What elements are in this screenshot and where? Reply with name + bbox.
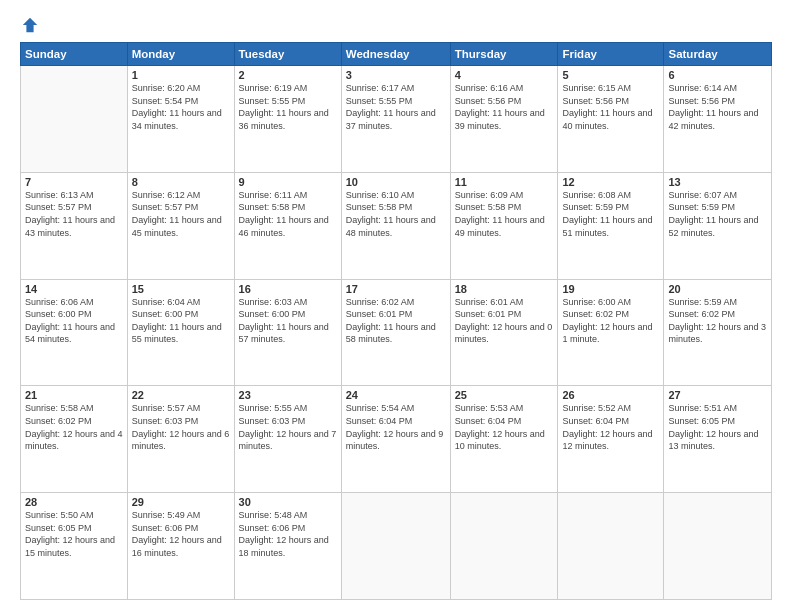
- header: [20, 16, 772, 34]
- calendar-cell: 13Sunrise: 6:07 AMSunset: 5:59 PMDayligh…: [664, 172, 772, 279]
- calendar-header-monday: Monday: [127, 43, 234, 66]
- logo-icon: [21, 16, 39, 34]
- svg-marker-0: [23, 18, 37, 32]
- calendar-week-4: 21Sunrise: 5:58 AMSunset: 6:02 PMDayligh…: [21, 386, 772, 493]
- calendar-cell: 22Sunrise: 5:57 AMSunset: 6:03 PMDayligh…: [127, 386, 234, 493]
- day-number: 8: [132, 176, 230, 188]
- day-info: Sunrise: 6:17 AMSunset: 5:55 PMDaylight:…: [346, 82, 446, 132]
- calendar-cell: 30Sunrise: 5:48 AMSunset: 6:06 PMDayligh…: [234, 493, 341, 600]
- calendar-cell: 6Sunrise: 6:14 AMSunset: 5:56 PMDaylight…: [664, 66, 772, 173]
- calendar-cell: 9Sunrise: 6:11 AMSunset: 5:58 PMDaylight…: [234, 172, 341, 279]
- day-info: Sunrise: 5:49 AMSunset: 6:06 PMDaylight:…: [132, 509, 230, 559]
- day-info: Sunrise: 5:53 AMSunset: 6:04 PMDaylight:…: [455, 402, 554, 452]
- calendar-cell: 14Sunrise: 6:06 AMSunset: 6:00 PMDayligh…: [21, 279, 128, 386]
- day-number: 26: [562, 389, 659, 401]
- calendar-cell: 21Sunrise: 5:58 AMSunset: 6:02 PMDayligh…: [21, 386, 128, 493]
- calendar-week-5: 28Sunrise: 5:50 AMSunset: 6:05 PMDayligh…: [21, 493, 772, 600]
- day-number: 2: [239, 69, 337, 81]
- calendar-cell: 12Sunrise: 6:08 AMSunset: 5:59 PMDayligh…: [558, 172, 664, 279]
- day-info: Sunrise: 5:59 AMSunset: 6:02 PMDaylight:…: [668, 296, 767, 346]
- day-number: 5: [562, 69, 659, 81]
- day-number: 23: [239, 389, 337, 401]
- calendar-cell: 16Sunrise: 6:03 AMSunset: 6:00 PMDayligh…: [234, 279, 341, 386]
- day-info: Sunrise: 5:48 AMSunset: 6:06 PMDaylight:…: [239, 509, 337, 559]
- calendar-header-friday: Friday: [558, 43, 664, 66]
- calendar-header-sunday: Sunday: [21, 43, 128, 66]
- calendar-week-1: 1Sunrise: 6:20 AMSunset: 5:54 PMDaylight…: [21, 66, 772, 173]
- calendar-cell: [21, 66, 128, 173]
- calendar-cell: 20Sunrise: 5:59 AMSunset: 6:02 PMDayligh…: [664, 279, 772, 386]
- logo: [20, 16, 39, 34]
- calendar-week-3: 14Sunrise: 6:06 AMSunset: 6:00 PMDayligh…: [21, 279, 772, 386]
- calendar-header-row: SundayMondayTuesdayWednesdayThursdayFrid…: [21, 43, 772, 66]
- day-number: 24: [346, 389, 446, 401]
- day-number: 27: [668, 389, 767, 401]
- day-number: 9: [239, 176, 337, 188]
- day-info: Sunrise: 6:14 AMSunset: 5:56 PMDaylight:…: [668, 82, 767, 132]
- day-info: Sunrise: 5:55 AMSunset: 6:03 PMDaylight:…: [239, 402, 337, 452]
- day-info: Sunrise: 6:07 AMSunset: 5:59 PMDaylight:…: [668, 189, 767, 239]
- calendar-cell: 26Sunrise: 5:52 AMSunset: 6:04 PMDayligh…: [558, 386, 664, 493]
- day-number: 4: [455, 69, 554, 81]
- day-info: Sunrise: 6:13 AMSunset: 5:57 PMDaylight:…: [25, 189, 123, 239]
- day-info: Sunrise: 6:15 AMSunset: 5:56 PMDaylight:…: [562, 82, 659, 132]
- calendar-cell: 4Sunrise: 6:16 AMSunset: 5:56 PMDaylight…: [450, 66, 558, 173]
- day-info: Sunrise: 6:01 AMSunset: 6:01 PMDaylight:…: [455, 296, 554, 346]
- calendar-cell: 28Sunrise: 5:50 AMSunset: 6:05 PMDayligh…: [21, 493, 128, 600]
- calendar-cell: 8Sunrise: 6:12 AMSunset: 5:57 PMDaylight…: [127, 172, 234, 279]
- calendar-cell: 25Sunrise: 5:53 AMSunset: 6:04 PMDayligh…: [450, 386, 558, 493]
- day-info: Sunrise: 5:51 AMSunset: 6:05 PMDaylight:…: [668, 402, 767, 452]
- calendar-cell: 1Sunrise: 6:20 AMSunset: 5:54 PMDaylight…: [127, 66, 234, 173]
- day-info: Sunrise: 5:54 AMSunset: 6:04 PMDaylight:…: [346, 402, 446, 452]
- calendar-cell: 17Sunrise: 6:02 AMSunset: 6:01 PMDayligh…: [341, 279, 450, 386]
- calendar-cell: 7Sunrise: 6:13 AMSunset: 5:57 PMDaylight…: [21, 172, 128, 279]
- day-number: 16: [239, 283, 337, 295]
- day-info: Sunrise: 6:08 AMSunset: 5:59 PMDaylight:…: [562, 189, 659, 239]
- calendar-cell: 19Sunrise: 6:00 AMSunset: 6:02 PMDayligh…: [558, 279, 664, 386]
- calendar-cell: 24Sunrise: 5:54 AMSunset: 6:04 PMDayligh…: [341, 386, 450, 493]
- calendar-cell: 15Sunrise: 6:04 AMSunset: 6:00 PMDayligh…: [127, 279, 234, 386]
- day-number: 19: [562, 283, 659, 295]
- calendar-cell: [558, 493, 664, 600]
- day-number: 30: [239, 496, 337, 508]
- page: SundayMondayTuesdayWednesdayThursdayFrid…: [0, 0, 792, 612]
- calendar-cell: [450, 493, 558, 600]
- calendar-cell: 2Sunrise: 6:19 AMSunset: 5:55 PMDaylight…: [234, 66, 341, 173]
- day-number: 25: [455, 389, 554, 401]
- day-number: 12: [562, 176, 659, 188]
- day-number: 29: [132, 496, 230, 508]
- day-number: 6: [668, 69, 767, 81]
- day-info: Sunrise: 6:02 AMSunset: 6:01 PMDaylight:…: [346, 296, 446, 346]
- day-info: Sunrise: 6:11 AMSunset: 5:58 PMDaylight:…: [239, 189, 337, 239]
- calendar-week-2: 7Sunrise: 6:13 AMSunset: 5:57 PMDaylight…: [21, 172, 772, 279]
- day-number: 3: [346, 69, 446, 81]
- calendar-header-saturday: Saturday: [664, 43, 772, 66]
- day-number: 7: [25, 176, 123, 188]
- day-number: 18: [455, 283, 554, 295]
- day-info: Sunrise: 5:52 AMSunset: 6:04 PMDaylight:…: [562, 402, 659, 452]
- day-info: Sunrise: 6:00 AMSunset: 6:02 PMDaylight:…: [562, 296, 659, 346]
- day-number: 22: [132, 389, 230, 401]
- calendar-cell: 18Sunrise: 6:01 AMSunset: 6:01 PMDayligh…: [450, 279, 558, 386]
- calendar-cell: 23Sunrise: 5:55 AMSunset: 6:03 PMDayligh…: [234, 386, 341, 493]
- calendar-cell: [341, 493, 450, 600]
- calendar-cell: 11Sunrise: 6:09 AMSunset: 5:58 PMDayligh…: [450, 172, 558, 279]
- day-info: Sunrise: 6:19 AMSunset: 5:55 PMDaylight:…: [239, 82, 337, 132]
- calendar-header-wednesday: Wednesday: [341, 43, 450, 66]
- day-number: 20: [668, 283, 767, 295]
- day-number: 21: [25, 389, 123, 401]
- day-info: Sunrise: 6:04 AMSunset: 6:00 PMDaylight:…: [132, 296, 230, 346]
- day-number: 15: [132, 283, 230, 295]
- day-info: Sunrise: 6:20 AMSunset: 5:54 PMDaylight:…: [132, 82, 230, 132]
- day-info: Sunrise: 5:50 AMSunset: 6:05 PMDaylight:…: [25, 509, 123, 559]
- calendar-cell: 5Sunrise: 6:15 AMSunset: 5:56 PMDaylight…: [558, 66, 664, 173]
- calendar-header-thursday: Thursday: [450, 43, 558, 66]
- day-info: Sunrise: 6:10 AMSunset: 5:58 PMDaylight:…: [346, 189, 446, 239]
- day-number: 28: [25, 496, 123, 508]
- calendar-cell: 29Sunrise: 5:49 AMSunset: 6:06 PMDayligh…: [127, 493, 234, 600]
- day-info: Sunrise: 6:12 AMSunset: 5:57 PMDaylight:…: [132, 189, 230, 239]
- day-number: 17: [346, 283, 446, 295]
- day-number: 1: [132, 69, 230, 81]
- day-info: Sunrise: 6:06 AMSunset: 6:00 PMDaylight:…: [25, 296, 123, 346]
- day-number: 14: [25, 283, 123, 295]
